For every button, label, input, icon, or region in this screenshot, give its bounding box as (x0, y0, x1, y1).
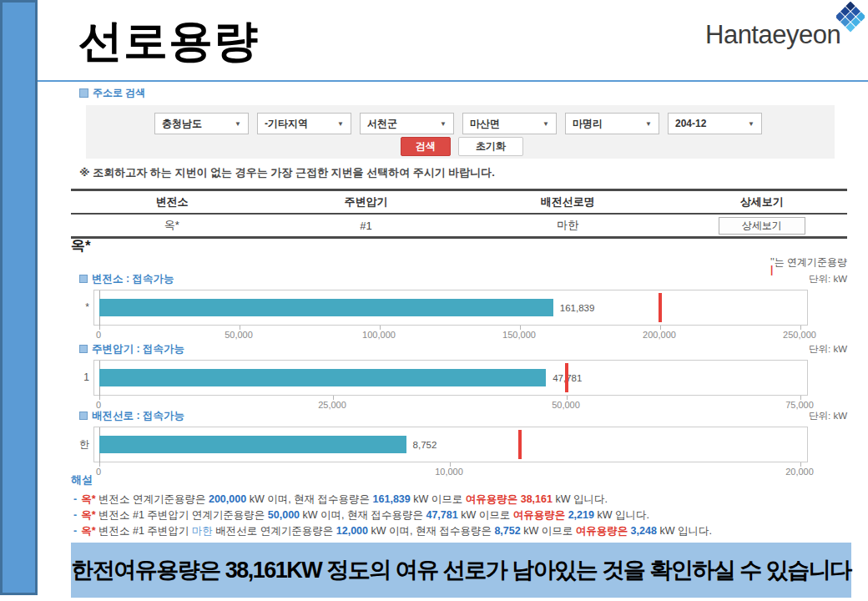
search-section-header: 주소로 검색 (79, 86, 145, 100)
result-table: 변전소 주변압기 배전선로명 상세보기 옥* #1 마한 상세보기 (71, 189, 847, 239)
reference-capacity-line (565, 363, 568, 392)
title-underline (38, 80, 868, 82)
axis-tick-label: 250,000 (783, 330, 816, 340)
explanation-segment: 161,839 (373, 493, 411, 505)
dropdown-county[interactable]: 서천군 ▼ (360, 113, 454, 134)
dropdown-value: 충청남도 (162, 117, 202, 131)
unit-label: 단위: kW (809, 273, 847, 285)
dropdown-value: 마명리 (573, 117, 603, 131)
axis-tick-label: 0 (96, 330, 101, 340)
cell-transformer: #1 (273, 220, 459, 232)
dropdown-district[interactable]: -기타지역 ▼ (257, 113, 351, 134)
explanation-segment: 3,248 (628, 525, 657, 537)
explanation-segment: kW 이므로 (458, 509, 513, 521)
col-header-transformer: 주변압기 (273, 194, 459, 210)
chart-title: 배전선로 : 접속가능 (92, 409, 184, 423)
notice-text: ※ 조회하고자 하는 지번이 없는 경우는 가장 근접한 지번을 선택하여 주시… (79, 165, 495, 180)
search-form: 충청남도 ▼ -기타지역 ▼ 서천군 ▼ 마산면 ▼ 마명리 ▼ 204-12 … (86, 105, 835, 159)
explanation-segment: 8,752 (494, 525, 520, 537)
section-square-icon (79, 275, 88, 283)
axis-tick-label: 200,000 (643, 330, 676, 340)
reference-capacity-line (659, 293, 662, 322)
dropdown-town[interactable]: 마산면 ▼ (462, 113, 557, 134)
dropdown-lot[interactable]: 204-12 ▼ (668, 113, 762, 134)
explanation-bullet: -옥* 변전소 연계기준용량은 200,000 kW 이며, 현재 접수용량은 … (71, 492, 847, 508)
chevron-down-icon: ▼ (542, 120, 549, 128)
chart-substation: 변전소 : 접속가능 단위: kW * 161,839 050,000100,0… (71, 271, 847, 343)
category-label: 한 (71, 427, 89, 462)
explanation-segment: 변전소 #1 주변압기 연계기준용량은 (96, 509, 268, 521)
col-header-detail: 상세보기 (676, 194, 847, 210)
explanation-segment: 여유용량은 (513, 509, 566, 521)
reset-button[interactable]: 초기화 (458, 137, 523, 156)
explanation-segment: 여유용량은 (466, 493, 518, 505)
search-section-label: 주소로 검색 (93, 86, 145, 100)
explanation-segment: kW 이며, 현재 접수용량은 (300, 509, 426, 521)
chart-transformer: 주변압기 : 접속가능 단위: kW 1 47,781 025,00050,00… (71, 341, 847, 413)
page: 선로용량 Hantaeyeon 주소로 검색 충청남도 ▼ -기타지역 ▼ 서천… (0, 0, 868, 601)
explanation-segment: kW 입니다. (553, 493, 608, 505)
capacity-bar (99, 369, 546, 386)
explanation-segment: 12,000 (336, 525, 368, 537)
axis-tick-label: 50,000 (225, 330, 253, 340)
explanation-segment: 마한 (192, 525, 213, 537)
bullet-marker: - (73, 509, 77, 521)
plot-area: 47,781 (93, 360, 808, 396)
dropdown-value: -기타지역 (265, 117, 308, 131)
bullet-marker: - (73, 493, 77, 505)
axis-tick-label: 100,000 (362, 330, 396, 340)
explanation-segment: 옥* (81, 509, 95, 521)
chart-title: 주변압기 : 접속가능 (92, 342, 184, 356)
explanation-segment: kW 이며, 현재 접수용량은 (368, 525, 494, 537)
logo-text: Hantaeyeon (705, 20, 840, 50)
dropdown-value: 204-12 (675, 118, 706, 129)
unit-label: 단위: kW (809, 410, 847, 422)
summary-banner-text: 한전여유용량은 38,161KW 정도의 여유 선로가 남아있는 것을 확인하실… (71, 555, 851, 585)
explanation-segment: kW 이므로 (411, 493, 466, 505)
dropdown-village[interactable]: 마명리 ▼ (565, 113, 659, 134)
explanation-segment: kW 입니다. (594, 509, 649, 521)
detail-view-button[interactable]: 상세보기 (719, 217, 805, 235)
cell-line-name: 마한 (459, 218, 676, 233)
search-button[interactable]: 검색 (401, 137, 451, 156)
explanation-segment: 47,781 (426, 509, 457, 521)
x-axis-ticks: 050,000100,000150,000200,000250,000 (98, 330, 800, 341)
category-label: 1 (71, 360, 89, 396)
explanation-segment: 2,219 (565, 509, 594, 521)
section-square-icon (79, 345, 88, 353)
explanation-bullet: -옥* 변전소 #1 주변압기 마한 배전선로 연계기준용량은 12,000 k… (71, 523, 847, 539)
cell-substation: 옥* (71, 218, 273, 233)
unit-label: 단위: kW (809, 343, 847, 356)
axis-tick-label: 150,000 (502, 330, 536, 340)
left-accent-bar (0, 0, 38, 595)
explanation-segment: kW 이므로 (521, 525, 576, 537)
bullet-marker: - (73, 525, 77, 537)
col-header-line-name: 배전선로명 (459, 194, 676, 210)
capacity-bar (99, 436, 406, 453)
explanation-heading: 해설 (71, 472, 847, 487)
bar-value-label: 8,752 (413, 440, 437, 450)
reference-capacity-line (518, 430, 522, 459)
section-square-icon (79, 412, 88, 420)
dropdown-value: 마산면 (470, 117, 500, 131)
plot-area: 161,839 (93, 290, 808, 326)
explanation-bullet: -옥* 변전소 #1 주변압기 연계기준용량은 50,000 kW 이며, 현재… (71, 508, 847, 523)
explanation-segment: kW 이며, 현재 접수용량은 (246, 493, 372, 505)
summary-banner: 한전여유용량은 38,161KW 정도의 여유 선로가 남아있는 것을 확인하실… (71, 543, 851, 598)
explanation-segment: kW 입니다. (657, 525, 712, 537)
category-label: * (71, 290, 89, 326)
explanation-segment: 배전선로 연계기준용량은 (213, 525, 336, 537)
dropdown-province[interactable]: 충청남도 ▼ (154, 113, 249, 134)
table-row: 옥* #1 마한 상세보기 (71, 215, 847, 236)
section-square-icon (79, 88, 88, 98)
explanation-segment: 변전소 연계기준용량은 (96, 493, 209, 505)
logo-diamond-icon (836, 2, 865, 35)
explanation-segment: 200,000 (209, 493, 246, 505)
reference-note: '|'는 연계기준용량 (770, 255, 847, 270)
chevron-down-icon: ▼ (337, 120, 344, 128)
explanation-segment: 옥* (81, 525, 95, 537)
page-title: 선로용량 (78, 12, 259, 72)
reference-note-text: '는 연계기준용량 (772, 256, 847, 268)
dropdown-value: 서천군 (367, 117, 397, 131)
plot-area: 8,752 (93, 427, 808, 462)
